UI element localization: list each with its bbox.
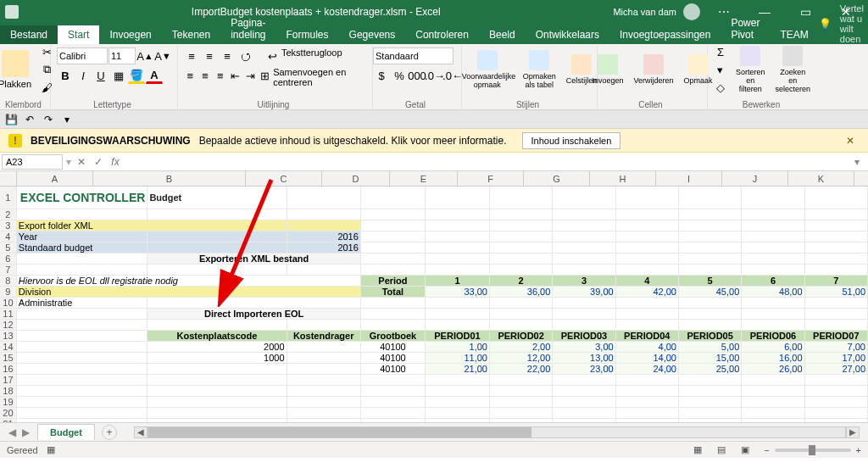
row-header-5[interactable]: 5 [0,242,16,253]
font-select[interactable] [57,47,108,64]
decrease-indent-button[interactable]: ⇤ [228,67,242,84]
select-all-button[interactable] [0,171,17,187]
border-button[interactable]: ▦ [110,67,127,84]
cell-p6-r15[interactable]: 16,00 [742,352,804,363]
fill-color-button[interactable]: 🪣 [128,67,145,84]
col-header-A[interactable]: A [17,171,93,186]
font-size-select[interactable] [108,47,136,64]
autosum-button[interactable]: Σ [712,43,729,60]
tab-start[interactable]: Start [58,25,99,44]
row-header-10[interactable]: 10 [0,297,16,308]
sheet-tab-budget[interactable]: Budget [37,424,95,440]
cell-p5-r14[interactable]: 5,00 [678,341,741,352]
cell-p7-r16[interactable]: 27,00 [804,363,867,374]
align-left-button[interactable]: ≡ [183,67,198,84]
sheet-nav-next-button[interactable]: ▶ [19,426,32,439]
row-header-7[interactable]: 7 [0,264,16,275]
page-layout-view-button[interactable]: ▤ [716,443,735,457]
enter-formula-button[interactable]: ✓ [90,154,107,170]
hscroll-thumb[interactable] [148,427,531,437]
cell-p3-r16[interactable]: 23,00 [553,363,615,374]
cell-kpc-r16[interactable] [147,363,287,374]
col-header-D[interactable]: D [322,171,390,186]
save-button[interactable]: 💾 [3,112,19,127]
cell-p3-r15[interactable]: 13,00 [553,352,615,363]
qat-customize-button[interactable]: ▾ [59,112,75,127]
row-header-13[interactable]: 13 [0,330,16,341]
row-header-3[interactable]: 3 [0,220,16,231]
cell-p1-r15[interactable]: 11,00 [426,352,490,363]
comma-button[interactable]: 000 [409,67,426,84]
row-header-2[interactable]: 2 [0,209,16,220]
redo-button[interactable]: ↷ [41,112,56,127]
tab-powerpivot[interactable]: Power Pivot [721,14,770,44]
cell-kd-r16[interactable] [287,363,360,374]
row-header-17[interactable]: 17 [0,374,16,385]
decrease-font-button[interactable]: A▼ [154,47,171,64]
cell-gb-r15[interactable]: 40100 [360,352,425,363]
tab-layout[interactable]: Pagina-indeling [220,14,275,44]
cell-kd-r14[interactable] [287,341,360,352]
cell-std-budget-value[interactable]: 2016 [287,242,360,253]
cell-kpc-r14[interactable]: 2000 [147,341,287,352]
underline-button[interactable]: U [92,67,109,84]
cell-p5-r16[interactable]: 25,00 [678,363,741,374]
tab-developer[interactable]: Ontwikkelaars [526,25,609,44]
page-break-view-button[interactable]: ▣ [740,443,759,457]
currency-button[interactable]: $ [373,67,390,84]
cell-p7-r15[interactable]: 17,00 [804,352,867,363]
cell-kd-r15[interactable] [287,352,360,363]
zoom-thumb[interactable] [809,445,815,455]
cell-p2-r15[interactable]: 12,00 [489,352,552,363]
align-bottom-button[interactable]: ≡ [219,47,236,64]
cell-p6-r14[interactable]: 6,00 [742,341,804,352]
cell-p4-r15[interactable]: 14,00 [615,352,678,363]
fill-button[interactable]: ▾ [712,61,729,78]
col-header-E[interactable]: E [390,171,458,186]
cell-gb-r16[interactable]: 40100 [360,363,425,374]
direct-import-eol-button[interactable]: Direct Importeren EOL [147,308,360,319]
wrap-text-button[interactable]: ↩ [264,47,281,64]
italic-button[interactable]: I [75,67,92,84]
tab-data[interactable]: Gegevens [339,25,406,44]
orientation-button[interactable]: ⭯ [236,47,253,64]
tab-draw[interactable]: Tekenen [162,25,220,44]
col-header-J[interactable]: J [722,171,788,186]
row-header-15[interactable]: 15 [0,352,16,363]
col-header-C[interactable]: C [246,171,322,186]
percent-button[interactable]: % [391,67,408,84]
tab-review[interactable]: Controleren [405,25,479,44]
user-avatar[interactable] [683,3,700,20]
tab-file[interactable]: Bestand [0,25,58,44]
align-right-button[interactable]: ≡ [213,67,227,84]
export-xml-button[interactable]: Exporteren XML bestand [147,253,360,264]
col-header-H[interactable]: H [590,171,656,186]
name-box[interactable] [2,154,63,170]
row-header-12[interactable]: 12 [0,319,16,330]
spreadsheet-grid[interactable]: ABCDEFGHIJK 1EXCEL CONTROLLERBudget23Exp… [0,171,868,422]
col-header-F[interactable]: F [458,171,524,186]
align-top-button[interactable]: ≡ [183,47,200,64]
row-header-4[interactable]: 4 [0,231,16,242]
name-box-dropdown[interactable]: ▾ [64,156,73,168]
row-header-19[interactable]: 19 [0,396,16,407]
macro-record-icon[interactable]: ▦ [47,444,55,455]
cell-year-value[interactable]: 2016 [287,231,360,242]
row-header-14[interactable]: 14 [0,341,16,352]
align-center-button[interactable]: ≡ [198,67,213,84]
row-header-8[interactable]: 8 [0,275,16,286]
delete-cells-button[interactable]: Verwijderen [631,53,677,86]
undo-button[interactable]: ↶ [22,112,37,127]
warning-close-button[interactable]: ✕ [841,135,860,147]
col-header-G[interactable]: G [524,171,590,186]
row-header-18[interactable]: 18 [0,385,16,396]
bold-button[interactable]: B [57,67,74,84]
normal-view-button[interactable]: ▦ [693,443,711,457]
cell-p6-r16[interactable]: 26,00 [742,363,804,374]
insert-cells-button[interactable]: Invoegen [588,53,626,86]
hscroll-right-button[interactable]: ▶ [846,426,860,438]
row-header-20[interactable]: 20 [0,407,16,418]
row-header-6[interactable]: 6 [0,253,16,264]
input-export-folder[interactable] [147,220,287,231]
input-administratie[interactable] [147,297,360,308]
